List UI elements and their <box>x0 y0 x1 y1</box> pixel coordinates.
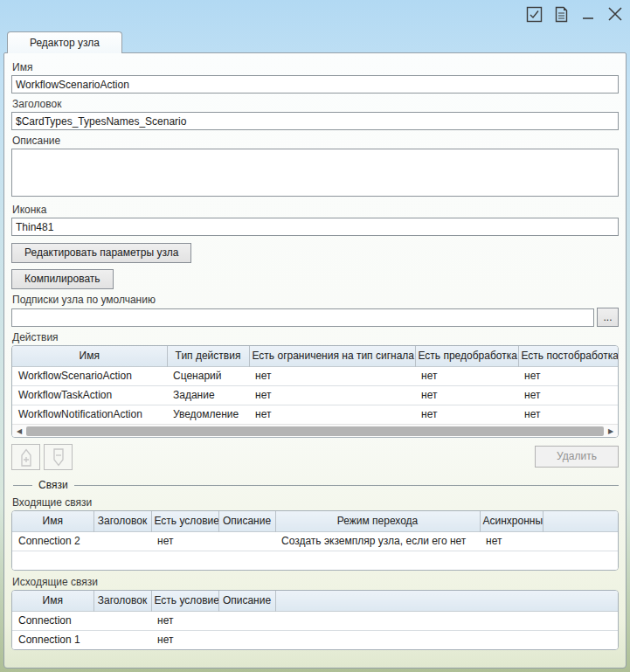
cell[interactable]: Сценарий <box>167 366 249 385</box>
column-header[interactable]: Заголовок <box>93 511 151 531</box>
shield-plus-icon <box>19 448 33 467</box>
cell[interactable]: нет <box>518 405 619 424</box>
subscriptions-input[interactable] <box>11 308 594 327</box>
incoming-header-row[interactable]: Имя Заголовок Есть условие Описание Режи… <box>12 511 618 531</box>
cell[interactable] <box>218 611 275 630</box>
shield-minus-icon <box>52 448 66 467</box>
minimize-button[interactable] <box>578 4 598 24</box>
cell[interactable]: нет <box>480 531 543 551</box>
cell[interactable]: Connection 1 <box>12 630 93 649</box>
scroll-right-icon[interactable]: ▶ <box>606 426 616 436</box>
table-row[interactable]: WorkflowTaskAction Задание нет нет нет <box>12 385 619 405</box>
node-editor-panel: Имя Заголовок Описание Иконка Редактиров… <box>3 52 627 669</box>
subscriptions-label: Подписки узла по умолчанию <box>12 294 619 306</box>
browse-button[interactable]: ... <box>597 308 619 327</box>
cell[interactable] <box>275 611 618 630</box>
cell[interactable] <box>93 531 151 551</box>
column-header[interactable]: Тип действия <box>167 346 249 366</box>
cell[interactable]: Уведомление <box>167 405 249 424</box>
links-group-label: Связи <box>32 479 74 491</box>
cell[interactable]: нет <box>151 611 218 630</box>
table-row[interactable]: Connection 1 нет <box>12 630 618 649</box>
icon-input[interactable] <box>11 218 619 236</box>
column-header[interactable]: Заголовок <box>93 591 151 611</box>
icon-label: Иконка <box>12 204 619 216</box>
actions-table: Имя Тип действия Есть ограничения на тип… <box>11 345 619 438</box>
cell[interactable] <box>275 630 618 649</box>
document-icon[interactable] <box>551 4 571 24</box>
cell[interactable]: Создать экземпляр узла, если его нет <box>275 531 480 551</box>
caption-input[interactable] <box>11 112 619 130</box>
column-header[interactable]: Имя <box>12 511 93 531</box>
name-input[interactable] <box>11 75 619 94</box>
cell[interactable]: WorkflowNotificationAction <box>12 405 167 424</box>
cell[interactable]: Connection <box>12 611 93 630</box>
cell[interactable]: WorkflowTaskAction <box>12 385 167 405</box>
outgoing-header-row[interactable]: Имя Заголовок Есть условие Описание <box>12 591 618 611</box>
cell[interactable]: нет <box>151 630 218 649</box>
tab-node-editor[interactable]: Редактор узла <box>7 31 122 53</box>
cell[interactable] <box>93 611 151 630</box>
column-header[interactable]: Описание <box>218 511 275 531</box>
cell[interactable]: WorkflowScenarioAction <box>12 366 167 385</box>
caption-label: Заголовок <box>12 98 619 110</box>
scroll-left-icon[interactable]: ◀ <box>14 426 24 436</box>
column-header[interactable]: Режим перехода <box>275 511 480 531</box>
divider <box>13 485 32 486</box>
node-editor-window: Редактор узла Имя Заголовок Описание Ико… <box>0 0 630 672</box>
actions-horizontal-scrollbar[interactable]: ◀ ▶ <box>12 424 618 437</box>
column-header[interactable]: Имя <box>12 591 93 611</box>
cell[interactable]: Задание <box>167 385 249 405</box>
cell[interactable]: нет <box>249 405 415 424</box>
divider <box>74 485 619 486</box>
cell[interactable] <box>93 630 151 649</box>
column-header[interactable]: Есть условие <box>151 511 218 531</box>
cell[interactable] <box>218 531 275 551</box>
scrollbar-thumb[interactable] <box>26 426 604 436</box>
column-header[interactable]: Асинхронный <box>480 511 543 531</box>
actions-header-row[interactable]: Имя Тип действия Есть ограничения на тип… <box>12 346 619 366</box>
column-header[interactable]: Имя <box>12 346 167 366</box>
column-header[interactable] <box>275 591 618 611</box>
links-group-header: Связи <box>11 479 619 491</box>
incoming-links-table: Имя Заголовок Есть условие Описание Режи… <box>11 510 619 571</box>
description-label: Описание <box>12 135 619 147</box>
table-row <box>12 551 618 570</box>
checkbox-icon[interactable] <box>524 4 543 24</box>
column-header[interactable] <box>543 511 618 531</box>
column-header[interactable]: Есть предобработка <box>415 346 518 366</box>
titlebar <box>524 4 625 24</box>
table-row[interactable]: Connection нет <box>12 611 618 630</box>
description-input[interactable] <box>11 149 619 197</box>
actions-label: Действия <box>12 331 619 343</box>
outgoing-links-label: Исходящие связи <box>12 576 619 588</box>
close-button[interactable] <box>606 4 625 24</box>
compile-button[interactable]: Компилировать <box>11 269 114 289</box>
cell[interactable]: нет <box>518 366 619 385</box>
cell[interactable]: Connection 2 <box>12 531 93 551</box>
delete-button[interactable]: Удалить <box>535 446 619 468</box>
cell[interactable]: нет <box>415 366 518 385</box>
outgoing-links-table: Имя Заголовок Есть условие Описание Conn… <box>11 590 619 650</box>
name-label: Имя <box>12 61 619 73</box>
column-header[interactable]: Есть ограничения на тип сигнала <box>249 346 415 366</box>
table-row[interactable]: Connection 2 нет Создать экземпляр узла,… <box>12 531 618 551</box>
column-header[interactable]: Есть условие <box>151 591 218 611</box>
shield-minus-button[interactable] <box>44 444 73 470</box>
shield-plus-button[interactable] <box>11 444 40 470</box>
cell[interactable]: нет <box>249 385 415 405</box>
table-row[interactable]: WorkflowNotificationAction Уведомление н… <box>12 405 619 424</box>
cell[interactable]: нет <box>518 385 619 405</box>
cell[interactable]: нет <box>151 531 218 551</box>
column-header[interactable]: Есть постобработка <box>518 346 619 366</box>
cell[interactable] <box>218 630 275 649</box>
edit-node-params-button[interactable]: Редактировать параметры узла <box>11 243 191 263</box>
cell[interactable]: нет <box>249 366 415 385</box>
cell[interactable]: нет <box>415 405 518 424</box>
cell[interactable] <box>543 531 618 551</box>
cell[interactable]: нет <box>415 385 518 405</box>
incoming-links-label: Входящие связи <box>12 496 619 509</box>
column-header[interactable]: Описание <box>218 591 275 611</box>
table-row[interactable]: WorkflowScenarioAction Сценарий нет нет … <box>12 366 619 385</box>
